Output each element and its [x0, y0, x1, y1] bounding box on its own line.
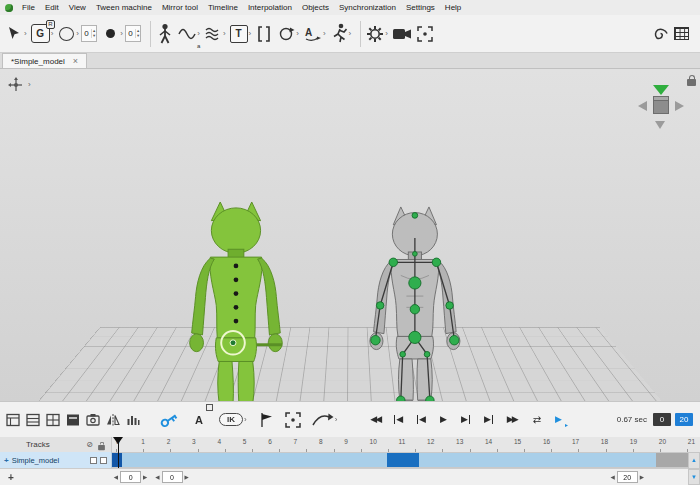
start-frame-stepper[interactable]: ◀ 0 ▶	[114, 471, 147, 483]
stepper-value[interactable]: 0	[120, 471, 141, 483]
menu-item[interactable]: Timeline	[203, 3, 243, 12]
stepper-value[interactable]: 20	[617, 471, 638, 483]
stepper-value[interactable]: 0	[162, 471, 183, 483]
ghost-mode-button[interactable]: G R ›	[31, 24, 54, 43]
ghost-icon: G R	[31, 24, 50, 43]
keyframe-button[interactable]	[159, 408, 179, 432]
interval-tool-button[interactable]	[255, 21, 273, 47]
scroll-down-button[interactable]: ▼	[688, 469, 700, 485]
select-tool-button[interactable]: ›	[5, 21, 27, 47]
menu-item[interactable]: Help	[440, 3, 466, 12]
end-frame-stepper[interactable]: ◀ 20 ▶	[611, 471, 644, 483]
view-gizmo[interactable]	[636, 83, 684, 129]
menu-item[interactable]: Objects	[297, 3, 334, 12]
menu-item[interactable]: Settings	[401, 3, 440, 12]
play-preview-button[interactable]: ▶ ▸	[552, 413, 565, 426]
auto-key-button[interactable]: A	[191, 408, 207, 432]
character-tool-button[interactable]	[156, 21, 174, 47]
stepper-right-icon[interactable]: ▶	[640, 474, 644, 480]
interval-segment[interactable]	[122, 453, 386, 467]
point-tool-button[interactable]: › 0 ▴▾	[101, 21, 141, 47]
menu-item[interactable]: Mirror tool	[157, 3, 203, 12]
character-gray-rig[interactable]	[352, 199, 474, 401]
flag-button[interactable]	[259, 408, 275, 432]
gizmo-z-cone[interactable]	[655, 121, 665, 129]
track-label-cell[interactable]: + Simple_model	[0, 452, 112, 468]
menu-bar: FileEditViewTween machineMirror toolTime…	[0, 0, 700, 15]
transform-tool-indicator[interactable]: ›	[8, 77, 31, 93]
close-icon[interactable]: ×	[73, 56, 78, 66]
menu-item[interactable]: Synchronization	[334, 3, 401, 12]
chevron-icon: ›	[296, 30, 299, 38]
circle-tool-button[interactable]: › 0 ▴▾	[57, 21, 97, 47]
grid-tool-button[interactable]	[674, 27, 689, 40]
rotate-tool-button[interactable]: ›	[277, 21, 299, 47]
offset-frame-stepper[interactable]: ◀ 0 ▶	[155, 471, 188, 483]
menu-item[interactable]: Interpolation	[243, 3, 297, 12]
audio-button[interactable]	[125, 408, 141, 432]
character-green[interactable]	[170, 197, 298, 401]
snapshot-button[interactable]	[85, 408, 101, 432]
camera-tool-button[interactable]	[392, 21, 412, 47]
dope-sheet-panel-button[interactable]	[45, 408, 61, 432]
render-panel-button[interactable]	[65, 408, 81, 432]
rotate-icon	[277, 21, 295, 47]
track-checkbox-1[interactable]	[90, 457, 97, 464]
tab-simple-model[interactable]: *Simple_model ×	[2, 53, 87, 68]
circle-count-stepper[interactable]: 0 ▴▾	[81, 25, 97, 42]
gizmo-y-cone[interactable]	[653, 85, 669, 95]
interpolation-tool-button[interactable]: ›	[204, 21, 226, 47]
mirror-button[interactable]	[105, 408, 121, 432]
point-count-stepper[interactable]: 0 ▴▾	[125, 25, 141, 42]
frame-tool-button[interactable]	[416, 21, 434, 47]
rewind-button[interactable]: ◀◀	[367, 413, 383, 426]
trajectory-button[interactable]: ›	[311, 408, 338, 432]
stepper-left-icon[interactable]: ◀	[611, 474, 615, 480]
animation-tool-button[interactable]: ›	[330, 21, 352, 47]
menu-item[interactable]: View	[64, 3, 91, 12]
viewport-3d[interactable]: ›	[0, 69, 700, 401]
track-timeline-bar[interactable]	[112, 452, 688, 468]
frame-range-button[interactable]	[285, 408, 301, 432]
autoposing-tool-button[interactable]: A ›	[303, 21, 326, 47]
layers-panel-button[interactable]	[25, 408, 41, 432]
keyframe-block[interactable]	[387, 453, 419, 467]
add-track-button[interactable]: +	[4, 472, 18, 483]
go-to-end-button[interactable]: ▶	[481, 413, 496, 426]
next-frame-button[interactable]: ▶	[458, 413, 473, 426]
fast-forward-button[interactable]: ▶▶	[504, 413, 520, 426]
menu-item[interactable]: Edit	[40, 3, 64, 12]
stepper-right-icon[interactable]: ▶	[143, 474, 147, 480]
stepper-right-icon[interactable]: ▶	[185, 474, 189, 480]
scroll-up-button[interactable]: ▲	[688, 452, 700, 469]
play-button[interactable]: ▶	[437, 413, 450, 426]
interval-segment[interactable]	[419, 453, 656, 467]
camera-lock[interactable]	[687, 74, 696, 86]
menu-item[interactable]: Tween machine	[91, 3, 157, 12]
spiral-tool-button[interactable]	[651, 21, 670, 47]
lock-icon[interactable]	[98, 444, 105, 449]
stepper-left-icon[interactable]: ◀	[155, 474, 159, 480]
curve-tool-button[interactable]: a ›	[178, 21, 200, 47]
track-checkbox-2[interactable]	[100, 457, 107, 464]
ik-mode-button[interactable]: IK ›	[219, 408, 247, 432]
gizmo-cube[interactable]	[653, 99, 669, 114]
settings-tool-button[interactable]: ›	[366, 21, 388, 47]
expand-track-icon[interactable]: +	[4, 456, 9, 465]
selected-joint[interactable]	[230, 340, 236, 346]
go-to-start-button[interactable]: ◀	[391, 413, 406, 426]
stepper-left-icon[interactable]: ◀	[114, 474, 118, 480]
frame-ruler[interactable]: 0123456789101112131415161718192021	[112, 437, 700, 452]
current-frame-badge[interactable]: 0	[653, 413, 671, 426]
playhead[interactable]	[113, 437, 124, 468]
end-frame-badge[interactable]: 20	[675, 413, 693, 426]
menu-item[interactable]: File	[17, 3, 40, 12]
gizmo-x-cone-right[interactable]	[675, 101, 684, 111]
visibility-icon[interactable]: ⊘	[86, 441, 93, 449]
previous-frame-button[interactable]: ◀	[414, 413, 429, 426]
gizmo-x-cone-left[interactable]	[638, 101, 647, 111]
auto-key-badge	[206, 404, 213, 411]
loop-button[interactable]: ⇄	[530, 413, 544, 427]
timeline-panel-button[interactable]	[5, 408, 21, 432]
text-tool-button[interactable]: T ›	[230, 25, 252, 43]
